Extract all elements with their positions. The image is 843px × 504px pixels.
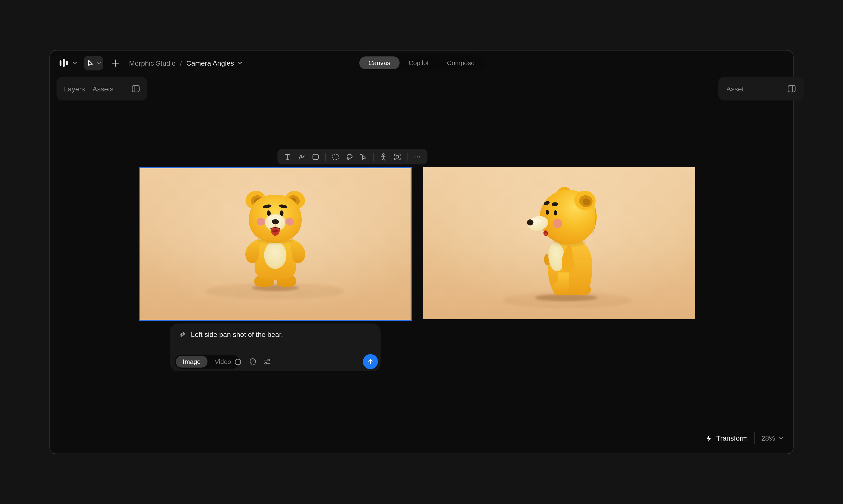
mode-image[interactable]: Image <box>176 356 208 367</box>
prompt-input[interactable]: Left side pan shot of the bear. <box>191 330 283 339</box>
marquee-tool-icon[interactable] <box>330 151 341 162</box>
tab-copilot[interactable]: Copilot <box>400 56 438 69</box>
canvas-image-front-bear[interactable] <box>139 167 412 321</box>
chevron-down-icon <box>96 61 101 65</box>
magic-select-tool-icon[interactable] <box>357 151 369 162</box>
tab-assets[interactable]: Assets <box>92 85 113 93</box>
breadcrumb-project[interactable]: Morphic Studio <box>129 59 176 67</box>
tab-compose[interactable]: Compose <box>438 56 484 69</box>
zoom-control[interactable]: 28% <box>761 434 784 442</box>
transform-label: Transform <box>716 434 748 442</box>
page: Morphic Studio / Camera Angles Canvas Co… <box>0 0 843 504</box>
select-tool-button[interactable] <box>84 56 103 70</box>
pen-tool-icon[interactable] <box>296 151 308 162</box>
model-icon[interactable] <box>233 357 242 366</box>
topbar: Morphic Studio / Camera Angles <box>58 55 242 70</box>
breadcrumb-separator: / <box>180 59 182 67</box>
panel-left-icon[interactable] <box>132 85 140 93</box>
transform-button[interactable]: Transform <box>706 434 748 442</box>
left-panel-header: Layers Assets <box>56 77 147 101</box>
chevron-down-icon <box>237 61 243 65</box>
breadcrumb-page-label: Camera Angles <box>186 59 234 67</box>
breadcrumb-page[interactable]: Camera Angles <box>186 59 242 67</box>
text-tool-icon[interactable] <box>282 151 294 162</box>
canvas-toolbar <box>277 149 427 164</box>
right-panel-header: Asset <box>718 77 804 101</box>
lightning-icon <box>706 434 713 442</box>
settings-sliders-icon[interactable] <box>263 357 271 366</box>
zoom-level: 28% <box>761 434 775 442</box>
side-bear-shadow <box>535 294 597 301</box>
add-button[interactable] <box>109 56 121 69</box>
plus-icon <box>111 59 119 67</box>
side-bear-illustration <box>423 167 695 319</box>
arrow-up-icon <box>367 358 374 365</box>
chevron-down-icon <box>778 436 784 440</box>
pose-tool-icon[interactable] <box>377 151 389 162</box>
frame-tool-icon[interactable] <box>391 151 403 162</box>
shape-tool-icon[interactable] <box>310 151 321 162</box>
panel-right-icon[interactable] <box>788 85 796 93</box>
morphic-logo-icon <box>58 57 69 68</box>
tab-asset[interactable]: Asset <box>726 85 744 93</box>
toolbar-divider <box>373 152 374 161</box>
tab-layers[interactable]: Layers <box>64 85 85 93</box>
cursor-icon <box>86 59 94 67</box>
front-bear-illustration <box>140 168 411 320</box>
lasso-tool-icon[interactable] <box>344 151 355 162</box>
mode-toggle: Image Video <box>175 355 239 368</box>
toolbar-divider <box>407 152 407 161</box>
paperclip-icon[interactable] <box>178 330 186 339</box>
chevron-down-icon <box>72 61 77 65</box>
more-icon[interactable] <box>411 151 423 162</box>
prompt-box: Left side pan shot of the bear. Image Vi… <box>170 323 381 371</box>
character-icon[interactable] <box>248 357 257 366</box>
canvas-image-side-bear[interactable] <box>423 167 695 319</box>
app-logo-menu[interactable] <box>58 57 77 68</box>
submit-button[interactable] <box>363 354 378 369</box>
toolbar-divider <box>325 152 326 161</box>
footer-divider <box>754 432 755 444</box>
tab-canvas[interactable]: Canvas <box>359 56 399 69</box>
breadcrumb: Morphic Studio / Camera Angles <box>129 59 243 67</box>
view-tabs: Canvas Copilot Compose <box>358 55 485 70</box>
footer-controls: Transform 28% <box>706 432 784 444</box>
app-window: Morphic Studio / Camera Angles Canvas Co… <box>49 50 794 454</box>
